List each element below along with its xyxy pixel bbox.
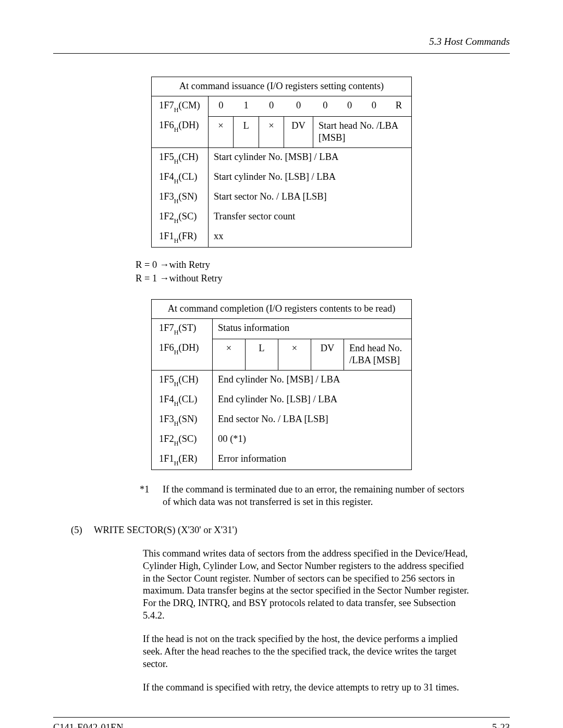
bit: 0 (313, 96, 338, 116)
cell: 00 (*1) (213, 430, 412, 450)
cell: End head No. /LBA [MSB] (344, 339, 412, 370)
running-header: 5.3 Host Commands (53, 35, 510, 54)
paragraph: If the command is specified with retry, … (143, 682, 469, 694)
table-row: 1F2H(SC) 00 (*1) (152, 430, 412, 450)
bit: 0 (208, 96, 233, 116)
cell: End cylinder No. [MSB] / LBA (213, 371, 412, 391)
reg-label: 1F2H(SC) (152, 207, 209, 227)
cell: Start cylinder No. [LSB] / LBA (208, 168, 411, 188)
table-row: 1F5H(CH) Start cylinder No. [MSB] / LBA (152, 147, 412, 168)
cell: × (278, 339, 311, 370)
cell: L (234, 116, 259, 147)
table-caption: At command completion (I/O registers con… (152, 300, 412, 319)
bit: 0 (362, 96, 386, 116)
cell: Start cylinder No. [MSB] / LBA (208, 147, 411, 168)
reg-label: 1F5H(CH) (152, 371, 213, 391)
reg-label: 1F1H(ER) (152, 450, 213, 470)
bit: 0 (284, 96, 313, 116)
table-row: 1F1H(ER) Error information (152, 450, 412, 470)
table-row: 1F7H(ST) Status information (152, 319, 412, 339)
cell: Start head No. /LBA [MSB] (313, 116, 412, 147)
paragraph: This command writes data of sectors from… (143, 548, 469, 622)
bit: 0 (337, 96, 362, 116)
section-title: WRITE SECTOR(S) (X'30' or X'31') (94, 524, 237, 537)
cell: DV (284, 116, 313, 147)
bit: 1 (234, 96, 259, 116)
section-heading: (5) WRITE SECTOR(S) (X'30' or X'31') (71, 524, 469, 537)
table-row: 1F3H(SN) Start sector No. / LBA [LSB] (152, 188, 412, 207)
cell: Transfer sector count (208, 207, 411, 227)
cell: Error information (213, 450, 412, 470)
cell: Status information (213, 319, 412, 339)
table-row: 1F4H(CL) End cylinder No. [LSB] / LBA (152, 390, 412, 410)
footnote-text: If the command is terminated due to an e… (163, 484, 469, 508)
table-caption: At command issuance (I/O registers setti… (152, 77, 412, 96)
cell: End sector No. / LBA [LSB] (213, 410, 412, 430)
cell: DV (311, 339, 344, 370)
issuance-table: At command issuance (I/O registers setti… (151, 77, 412, 248)
cell: × (259, 116, 284, 147)
table-row: 1F3H(SN) End sector No. / LBA [LSB] (152, 410, 412, 430)
section-body: This command writes data of sectors from… (143, 548, 469, 694)
reg-label: 1F4H(CL) (152, 168, 209, 188)
cell: Start sector No. / LBA [LSB] (208, 188, 411, 207)
bit: 0 (259, 96, 284, 116)
section-number: (5) (71, 524, 94, 537)
completion-table: At command completion (I/O registers con… (151, 299, 412, 470)
reg-label: 1F3H(SN) (152, 188, 209, 207)
table-row: 1F4H(CL) Start cylinder No. [LSB] / LBA (152, 168, 412, 188)
bit: R (386, 96, 412, 116)
page-number: 5-23 (492, 722, 510, 728)
reg-label: 1F6H(DH) (152, 116, 209, 147)
reg-label: 1F1H(FR) (152, 227, 209, 248)
doc-number: C141-E042-01EN (53, 722, 124, 728)
reg-label: 1F7H(CM) (152, 96, 209, 116)
reg-label: 1F2H(SC) (152, 430, 213, 450)
cell: L (246, 339, 278, 370)
footnote: *1 If the command is terminated due to a… (140, 484, 469, 508)
table-row: 1F7H(CM) 0 1 0 0 0 0 0 R (152, 96, 412, 116)
reg-label: 1F4H(CL) (152, 390, 213, 410)
table-row: 1F1H(FR) xx (152, 227, 412, 248)
cell: End cylinder No. [LSB] / LBA (213, 390, 412, 410)
paragraph: If the head is not on the track specifie… (143, 633, 469, 670)
reg-label: 1F6H(DH) (152, 339, 213, 370)
footnote-mark: *1 (140, 484, 163, 508)
cell: xx (208, 227, 411, 248)
page-footer: C141-E042-01EN 5-23 (53, 717, 510, 728)
table-row: 1F6H(DH) × L × DV Start head No. /LBA [M… (152, 116, 412, 147)
cell: × (213, 339, 246, 370)
reg-label: 1F7H(ST) (152, 319, 213, 339)
cell: × (208, 116, 233, 147)
retry-notes: R = 0 →with Retry R = 1 →without Retry (136, 259, 510, 285)
table-row: 1F6H(DH) × L × DV End head No. /LBA [MSB… (152, 339, 412, 370)
table-row: 1F5H(CH) End cylinder No. [MSB] / LBA (152, 371, 412, 391)
table-row: 1F2H(SC) Transfer sector count (152, 207, 412, 227)
reg-label: 1F3H(SN) (152, 410, 213, 430)
reg-label: 1F5H(CH) (152, 147, 209, 168)
